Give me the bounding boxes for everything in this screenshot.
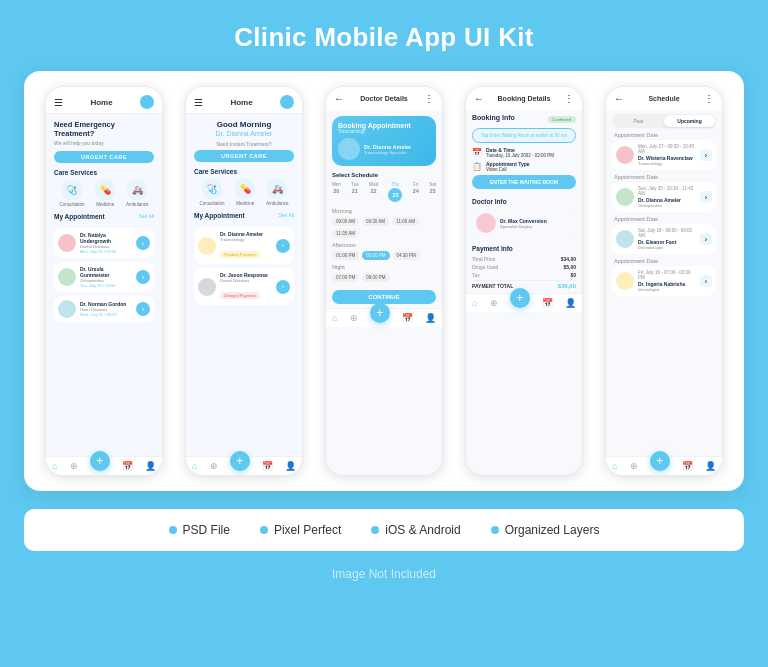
day-thu[interactable]: Thu23 — [388, 182, 402, 202]
care-item-ambulance[interactable]: 🚑 Ambulance — [126, 180, 149, 207]
appointment-action[interactable]: › — [136, 270, 150, 284]
schedule-item-1[interactable]: Mon, July 27 - 09:30 - 10:45 AM Dr. Wist… — [612, 140, 716, 170]
calendar-nav-icon[interactable]: 📅 — [262, 461, 273, 471]
appointment-item-4[interactable]: Dr. Dianne Ameler Traumatology Pending P… — [194, 227, 294, 264]
home-nav-icon[interactable]: ⌂ — [52, 461, 57, 471]
more-options-icon[interactable]: ⋮ — [704, 93, 714, 104]
waiting-room-button[interactable]: Tap Enter Waiting Room to earlier to 30 … — [472, 128, 576, 143]
profile-nav-icon[interactable]: 👤 — [565, 298, 576, 308]
schedule-action[interactable]: › — [700, 233, 712, 245]
feature-pixel-label: Pixel Perfect — [274, 523, 341, 537]
urgent-care-button-2[interactable]: URGENT CARE — [194, 150, 294, 162]
care-item-medicine[interactable]: 💊 Medicine — [95, 180, 115, 207]
time-slot[interactable]: 09:00 AM — [332, 217, 359, 226]
profile-nav-icon[interactable]: 👤 — [705, 461, 716, 471]
schedule-item-2[interactable]: Sun, July 25 - 10:30 - 11:45 AM Dr. Dian… — [612, 182, 716, 212]
search-nav-icon[interactable]: ⊕ — [490, 298, 498, 308]
ambulance-icon-2: 🚑 — [267, 179, 287, 199]
profile-nav-icon[interactable]: 👤 — [285, 461, 296, 471]
calendar-nav-icon[interactable]: 📅 — [402, 313, 413, 323]
time-slot[interactable]: 01:00 PM — [332, 251, 359, 260]
care-item-consultation-2[interactable]: 🩺 Consultation — [199, 179, 224, 206]
schedule-item-4[interactable]: Fri, July 16 - 07:00 - 02:00 PM Dr. Inge… — [612, 266, 716, 296]
feature-pixel: Pixel Perfect — [260, 523, 341, 537]
consultation-icon-2: 🩺 — [202, 179, 222, 199]
booking-info-section: Booking Info Confirmed Tap Enter Waiting… — [466, 110, 582, 198]
care-item-ambulance-2[interactable]: 🚑 Ambulance — [266, 179, 289, 206]
more-options-icon[interactable]: ⋮ — [564, 93, 574, 104]
home-nav-icon[interactable]: ⌂ — [192, 461, 197, 471]
schedule-item-3[interactable]: Sat, July 18 - 09:00 - 09:00 AM Dr. Elea… — [612, 224, 716, 254]
home-nav-icon[interactable]: ⌂ — [612, 461, 617, 471]
schedule-avatar — [616, 188, 634, 206]
back-arrow-icon[interactable]: ← — [614, 93, 624, 104]
day-tue[interactable]: Tue21 — [351, 182, 359, 202]
day-sat[interactable]: Sat25 — [429, 182, 436, 202]
appointment-action[interactable]: › — [136, 236, 150, 250]
home-nav-icon[interactable]: ⌂ — [332, 313, 337, 323]
fab-button[interactable]: + — [510, 288, 530, 308]
tax-row: Tax $0 — [472, 272, 576, 278]
delayed-badge: Delayed Payment — [220, 292, 260, 299]
back-arrow-icon[interactable]: ← — [334, 93, 344, 104]
search-nav-icon[interactable]: ⊕ — [350, 313, 358, 323]
urgent-care-button[interactable]: URGENT CARE — [54, 151, 154, 163]
enter-room-button[interactable]: ENTER THE WAITING ROOM — [472, 175, 576, 189]
appointment-item-1[interactable]: Dr. Natalya Undergrowth Dental Diseases … — [54, 228, 154, 258]
see-all-link[interactable]: See All — [138, 213, 154, 224]
schedule-action[interactable]: › — [700, 149, 712, 161]
tab-upcoming[interactable]: Upcoming — [664, 115, 715, 127]
date-time-row: 📅 Date & Time Tuesday, 10 July 2002 - 03… — [472, 147, 576, 158]
continue-button[interactable]: CONTINUE — [332, 290, 436, 304]
back-arrow-icon[interactable]: ← — [474, 93, 484, 104]
day-wed[interactable]: Wed22 — [369, 182, 378, 202]
schedule-action[interactable]: › — [700, 275, 712, 287]
fab-button[interactable]: + — [370, 303, 390, 323]
care-item-medicine-2[interactable]: 💊 Medicine — [235, 179, 255, 206]
time-slot[interactable]: 11:35 AM — [332, 229, 359, 238]
calendar-icon: 📅 — [472, 148, 482, 157]
avatar[interactable] — [280, 95, 294, 109]
bottom-nav: ⌂ ⊕ + 📅 👤 — [46, 456, 162, 475]
time-slot[interactable]: 04:30 PM — [393, 251, 420, 260]
night-label: Night — [332, 264, 436, 270]
time-slot-active[interactable]: 03:00 PM — [362, 251, 389, 260]
calendar-nav-icon[interactable]: 📅 — [542, 298, 553, 308]
morning-label: Morning — [332, 208, 436, 214]
appointment-item-5[interactable]: Dr. Jason Response Dental Diseases Delay… — [194, 268, 294, 305]
calendar-nav-icon[interactable]: 📅 — [122, 461, 133, 471]
tab-past[interactable]: Past — [613, 115, 664, 127]
day-fri[interactable]: Fri24 — [413, 182, 419, 202]
fab-button[interactable]: + — [230, 451, 250, 471]
fab-button[interactable]: + — [650, 451, 670, 471]
profile-nav-icon[interactable]: 👤 — [145, 461, 156, 471]
profile-nav-icon[interactable]: 👤 — [425, 313, 436, 323]
pending-badge: Pending Payment — [220, 251, 260, 258]
time-slot[interactable]: 09:30 AM — [362, 217, 389, 226]
search-nav-icon[interactable]: ⊕ — [210, 461, 218, 471]
appointment-action[interactable]: › — [276, 280, 290, 294]
time-slot[interactable]: 07:00 PM — [332, 273, 359, 282]
home-nav-icon[interactable]: ⌂ — [472, 298, 477, 308]
search-nav-icon[interactable]: ⊕ — [630, 461, 638, 471]
hamburger-icon[interactable]: ☰ — [54, 97, 63, 108]
consultation-icon: 🩺 — [62, 180, 82, 200]
care-item-consultation[interactable]: 🩺 Consultation — [59, 180, 84, 207]
see-all-link-2[interactable]: See All — [278, 212, 294, 223]
day-mon[interactable]: Mon20 — [332, 182, 341, 202]
hamburger-icon[interactable]: ☰ — [194, 97, 203, 108]
calendar-nav-icon[interactable]: 📅 — [682, 461, 693, 471]
time-slot[interactable]: 11:00 AM — [392, 217, 419, 226]
avatar[interactable] — [140, 95, 154, 109]
appointment-action[interactable]: › — [136, 302, 150, 316]
more-options-icon[interactable]: ⋮ — [424, 93, 434, 104]
appointment-item-2[interactable]: Dr. Ursula Guntmeister Orthopaedics Tue,… — [54, 262, 154, 292]
fab-button[interactable]: + — [90, 451, 110, 471]
time-slot[interactable]: 09:00 PM — [362, 273, 389, 282]
search-nav-icon[interactable]: ⊕ — [70, 461, 78, 471]
emergency-sub: We will help you today — [54, 140, 154, 146]
appointment-item-3[interactable]: Dr. Norman Gordon Heart Diseases Wed, Ju… — [54, 296, 154, 322]
schedule-action[interactable]: › — [700, 191, 712, 203]
morning-slots: 09:00 AM 09:30 AM 11:00 AM 11:35 AM — [332, 217, 436, 238]
appointment-action[interactable]: › — [276, 239, 290, 253]
